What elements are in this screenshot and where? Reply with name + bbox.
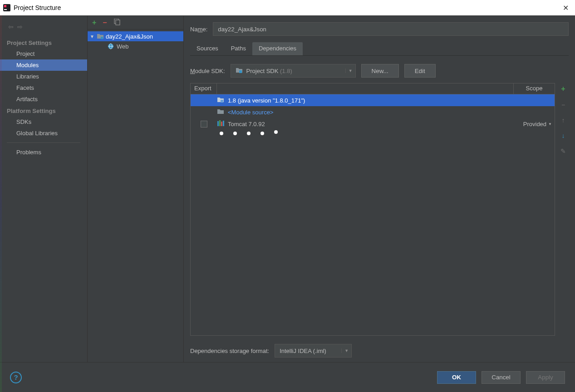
module-tree-panel: + − ▼ day22_Ajax&Json Web [88,16,184,362]
tree-expand-icon[interactable]: ▼ [89,34,95,39]
dep-row-tomcat[interactable]: Tomcat 7.0.92 Provided▼ [191,118,555,130]
nav-forward-icon[interactable]: ⇨ [17,23,23,30]
module-folder-icon [97,33,104,39]
module-sdk-combo[interactable]: Project SDK (1.8) ▼ [231,64,356,78]
svg-rect-14 [223,121,224,126]
tree-module-row[interactable]: ▼ day22_Ajax&Json [88,31,183,41]
tree-web-label: Web [117,43,129,50]
deps-side-toolbar: + − ↑ ↓ ✎ [558,83,569,336]
intellij-icon [3,4,11,12]
module-tabs: Sources Paths Dependencies [190,42,569,55]
source-folder-icon [217,108,224,116]
scope-selector[interactable]: Provided▼ [514,121,555,127]
nav-libraries[interactable]: Libraries [0,71,87,82]
nav-back-icon[interactable]: ⇦ [8,23,14,30]
ok-button[interactable]: OK [437,371,476,384]
platform-settings-header: Platform Settings [0,105,87,116]
nav-sdks[interactable]: SDKs [0,116,87,127]
tree-module-label: day22_Ajax&Json [106,33,153,40]
sdk-folder-icon [236,67,243,75]
svg-rect-13 [221,122,222,126]
project-settings-header: Project Settings [0,37,87,48]
library-icon [217,120,224,128]
help-icon[interactable]: ? [10,372,22,383]
storage-format-value: IntelliJ IDEA (.iml) [280,348,326,354]
dialog-footer: ? OK Cancel Apply [0,362,575,392]
storage-format-combo[interactable]: IntelliJ IDEA (.iml) ▼ [275,344,352,358]
storage-format-label: Dependencies storage format: [190,348,269,354]
apply-button[interactable]: Apply [526,371,565,384]
svg-rect-12 [219,120,221,126]
sdk-value: Project SDK [246,68,279,74]
title-bar: Project Structure ✕ [0,0,575,15]
col-name [217,83,514,94]
tab-paths[interactable]: Paths [225,42,252,55]
move-up-icon[interactable]: ↑ [562,117,565,124]
remove-module-icon[interactable]: − [103,19,107,27]
svg-rect-9 [239,70,242,73]
dep-row-jdk[interactable]: 1.8 (java version "1.8.0_171") [191,94,555,106]
module-name-input[interactable] [213,22,569,36]
edit-dependency-icon[interactable]: ✎ [560,147,566,155]
tree-web-row[interactable]: Web [88,41,183,51]
web-icon [108,43,115,49]
tab-dependencies[interactable]: Dependencies [252,42,303,55]
decorative-edge [0,15,2,392]
col-export[interactable]: Export [191,83,217,94]
sdk-value-version: (1.8) [278,68,292,74]
chevron-down-icon[interactable]: ▼ [345,69,355,73]
tree-toolbar: + − [88,16,183,29]
export-checkbox[interactable] [201,121,207,127]
progress-dots [191,132,555,135]
nav-facets[interactable]: Facets [0,82,87,93]
nav-project[interactable]: Project [0,48,87,59]
edit-sdk-button[interactable]: Edit [404,64,436,78]
remove-dependency-icon[interactable]: − [561,101,565,108]
add-module-icon[interactable]: + [92,19,96,27]
close-icon[interactable]: ✕ [559,2,572,14]
dep-jdk-label: 1.8 (java version "1.8.0_171") [228,97,305,104]
jdk-folder-icon [217,97,224,104]
svg-rect-5 [101,37,103,39]
module-sdk-label: Module SDK: [190,68,225,74]
svg-rect-10 [221,100,223,103]
window-title: Project Structure [14,4,61,11]
copy-module-icon[interactable] [113,19,120,27]
nav-problems[interactable]: Problems [0,147,87,158]
nav-modules[interactable]: Modules [0,59,87,71]
sidebar-divider [7,142,80,143]
move-down-icon[interactable]: ↓ [562,132,565,139]
name-label: Name: [190,26,207,33]
add-dependency-icon[interactable]: + [561,85,565,93]
dep-module-source-label: <Module source> [228,109,273,116]
dependencies-table: Export Scope 1.8 (java version "1.8.0_17… [190,83,555,336]
module-content-panel: Name: Sources Paths Dependencies Module … [184,16,575,362]
nav-global-libraries[interactable]: Global Libraries [0,127,87,139]
dep-tomcat-label: Tomcat 7.0.92 [228,121,265,127]
dep-row-module-source[interactable]: <Module source> [191,106,555,118]
svg-rect-11 [217,121,219,126]
svg-rect-2 [4,9,7,10]
settings-sidebar: ⇦ ⇨ Project Settings Project Modules Lib… [0,16,88,362]
cancel-button[interactable]: Cancel [482,371,521,384]
svg-rect-1 [4,5,6,7]
svg-rect-4 [116,20,120,25]
new-sdk-button[interactable]: New... [361,64,399,78]
col-scope[interactable]: Scope [514,83,555,94]
tab-sources[interactable]: Sources [190,42,225,55]
nav-artifacts[interactable]: Artifacts [0,93,87,105]
chevron-down-icon[interactable]: ▼ [341,348,351,353]
